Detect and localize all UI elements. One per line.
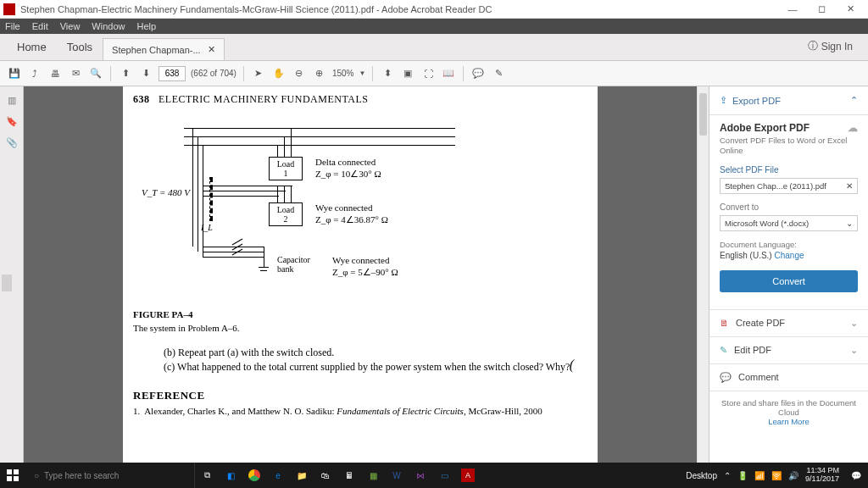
chevron-up-icon: ⌃ <box>850 95 858 106</box>
volume-icon[interactable]: 🔊 <box>788 471 798 480</box>
signin-label: Sign In <box>821 41 853 53</box>
menu-view[interactable]: View <box>60 21 81 31</box>
select-pdf-label: Select PDF File <box>720 165 858 175</box>
page-count: (662 of 704) <box>191 69 236 78</box>
calculator-icon[interactable]: 🖩 <box>337 463 361 488</box>
format-value: Microsoft Word (*.docx) <box>725 219 809 228</box>
thumbnails-icon[interactable]: ▥ <box>8 95 16 106</box>
acrobat-taskbar-icon[interactable]: A <box>456 463 480 488</box>
document-viewport[interactable]: 638 ELECTRIC MACHINERY FUNDAMENTALS V_T … <box>24 86 697 463</box>
hand-icon[interactable]: ✋ <box>271 66 287 81</box>
question-c: (c) What happened to the total current s… <box>164 361 587 374</box>
cloud-icon[interactable]: ⤴ <box>27 66 42 81</box>
pointer-icon[interactable]: ➤ <box>251 66 266 81</box>
question-b: (b) Repeat part (a) with the switch clos… <box>164 347 587 359</box>
print-icon[interactable]: 🖶 <box>47 66 63 81</box>
reference-heading: REFERENCE <box>133 389 587 402</box>
vscode-icon[interactable]: ⋈ <box>409 463 432 488</box>
system-tray[interactable]: Desktop ⌃ 🔋 📶 🛜 🔊 <box>679 471 805 480</box>
comment-label: Comment <box>738 372 779 382</box>
scrollbar-thumb[interactable] <box>699 93 707 136</box>
selected-file[interactable]: Stephen Chap...e (2011).pdf✕ <box>720 178 858 194</box>
signin-button[interactable]: ⓘ Sign In <box>799 32 861 60</box>
fullscreen-icon[interactable]: ⛶ <box>420 66 436 81</box>
create-pdf-row[interactable]: 🗎Create PDF⌄ <box>709 309 868 336</box>
fit-width-icon[interactable]: ⬍ <box>380 66 395 81</box>
word-icon[interactable]: W <box>385 463 409 488</box>
clock-date: 9/11/2017 <box>805 475 839 484</box>
convert-button[interactable]: Convert <box>720 270 858 292</box>
taskbar-search[interactable]: ○Type here to search <box>25 463 195 488</box>
comment-icon[interactable]: 💬 <box>470 66 486 81</box>
edit-pdf-icon: ✎ <box>720 345 727 356</box>
tab-document[interactable]: Stephen Chapman-... ✕ <box>103 38 225 60</box>
page-down-icon[interactable]: ⬇ <box>138 66 153 81</box>
battery-icon[interactable]: 🔋 <box>737 471 748 480</box>
desktop-label[interactable]: Desktop <box>686 471 717 480</box>
network-icon[interactable]: 📶 <box>754 471 765 480</box>
store-icon[interactable]: 🛍 <box>314 463 337 488</box>
wifi-icon[interactable]: 🛜 <box>771 471 782 480</box>
learn-more-link[interactable]: Learn More <box>768 417 810 426</box>
mail-icon[interactable]: ✉ <box>68 66 83 81</box>
taskbar-app-3[interactable]: ▭ <box>432 463 456 488</box>
page-number-input[interactable] <box>159 66 186 81</box>
tab-close-icon[interactable]: ✕ <box>208 44 215 55</box>
maximize-button[interactable]: ◻ <box>807 1 836 18</box>
search-icon[interactable]: 🔍 <box>88 66 103 81</box>
create-pdf-icon: 🗎 <box>720 318 729 328</box>
comment-row[interactable]: 💬Comment <box>709 363 868 391</box>
lang-value: English (U.S.) <box>720 251 772 260</box>
menu-bar: File Edit View Window Help <box>0 19 868 34</box>
tab-tools[interactable]: Tools <box>57 34 103 60</box>
fit-page-icon[interactable]: ▣ <box>400 66 415 81</box>
format-select[interactable]: Microsoft Word (*.docx)⌄ <box>720 215 858 231</box>
zoom-in-icon[interactable]: ⊕ <box>312 66 327 81</box>
minimize-button[interactable]: — <box>778 1 807 18</box>
menu-window[interactable]: Window <box>92 21 125 31</box>
lang-label: Document Language: <box>720 240 858 249</box>
load1-desc1: Delta connected <box>315 157 376 167</box>
bookmark-icon[interactable]: 🔖 <box>6 116 18 127</box>
zoom-level[interactable]: 150% <box>332 69 354 78</box>
zoom-out-icon[interactable]: ⊖ <box>292 66 307 81</box>
attachment-icon[interactable]: 📎 <box>6 137 18 148</box>
load1-box: Load 1 <box>269 157 303 180</box>
page-num: 638 <box>133 93 150 105</box>
start-button[interactable] <box>0 469 25 481</box>
scroll-left-icon[interactable] <box>2 274 12 291</box>
page-up-icon[interactable]: ⬆ <box>118 66 133 81</box>
zoom-dropdown-icon[interactable]: ▼ <box>359 69 366 77</box>
read-mode-icon[interactable]: 📖 <box>441 66 456 81</box>
svg-rect-3 <box>14 476 19 481</box>
vertical-scrollbar[interactable] <box>697 86 709 463</box>
export-icon: ⇪ <box>720 95 727 106</box>
search-placeholder: Type here to search <box>44 471 119 480</box>
lang-change-link[interactable]: Change <box>774 251 804 260</box>
menu-file[interactable]: File <box>5 21 20 31</box>
tray-chevron-icon[interactable]: ⌃ <box>724 471 731 480</box>
edge-icon[interactable]: e <box>266 463 290 488</box>
create-pdf-label: Create PDF <box>736 318 785 328</box>
remove-file-icon[interactable]: ✕ <box>846 181 853 191</box>
panel-footer: Store and share files in the Document Cl… <box>709 391 868 433</box>
acrobat-icon <box>3 3 15 15</box>
tab-home[interactable]: Home <box>7 34 57 60</box>
menu-edit[interactable]: Edit <box>32 21 48 31</box>
sign-icon[interactable]: ✎ <box>491 66 506 81</box>
explorer-icon[interactable]: 📁 <box>290 463 314 488</box>
save-icon[interactable]: 💾 <box>7 66 22 81</box>
taskbar-app-2[interactable]: ▦ <box>361 463 385 488</box>
load2-desc2: Z_φ = 4∠36.87° Ω <box>315 214 388 225</box>
chrome-icon[interactable] <box>242 463 266 488</box>
taskbar-app-1[interactable]: ◧ <box>219 463 242 488</box>
cap-desc2: Z_φ = 5∠–90° Ω <box>332 267 398 278</box>
task-view-icon[interactable]: ⧉ <box>195 463 219 488</box>
export-pdf-header[interactable]: ⇪Export PDF ⌃ <box>709 86 868 115</box>
notifications-icon[interactable]: 💬 <box>844 463 868 488</box>
close-button[interactable]: ✕ <box>836 1 865 18</box>
vt-label: V_T = 480 V <box>142 187 190 197</box>
taskbar-clock[interactable]: 11:34 PM 9/11/2017 <box>805 467 844 484</box>
edit-pdf-row[interactable]: ✎Edit PDF⌄ <box>709 336 868 363</box>
menu-help[interactable]: Help <box>136 21 156 31</box>
